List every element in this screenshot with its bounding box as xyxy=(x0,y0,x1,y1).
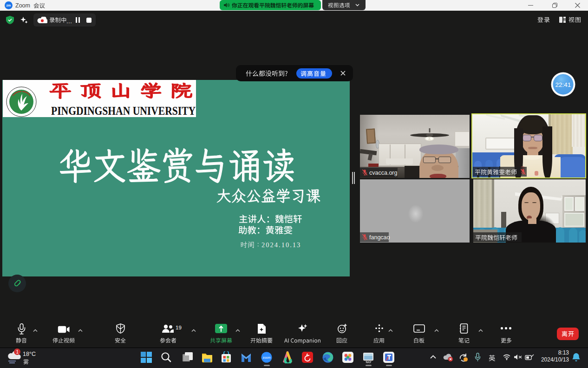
svg-text:zoom: zoom xyxy=(262,356,270,359)
svg-text:22:41: 22:41 xyxy=(555,81,571,88)
